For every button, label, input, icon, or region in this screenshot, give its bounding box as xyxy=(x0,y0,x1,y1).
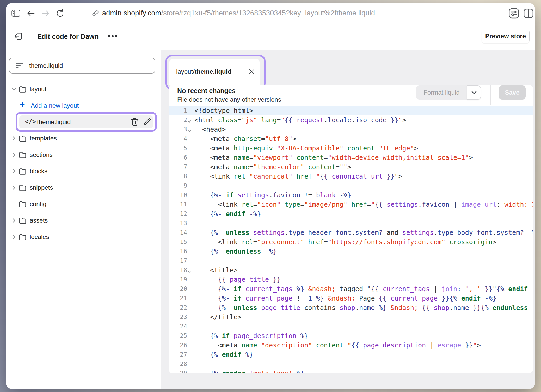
rename-file-icon[interactable] xyxy=(143,118,152,126)
sidebar-toggle-icon[interactable] xyxy=(9,3,22,23)
code-line[interactable]: 13 xyxy=(169,218,533,228)
code-file-icon: </> xyxy=(25,118,36,125)
code-line-text: <meta name="description" content="{{ pag… xyxy=(194,341,481,349)
theme-liquid-item[interactable]: </>theme.liquid xyxy=(19,115,153,128)
split-view-icon[interactable] xyxy=(522,3,535,23)
code-line[interactable]: 15 <link rel="preconnect" href="https://… xyxy=(169,237,533,247)
line-number: 16 xyxy=(169,248,192,255)
sidebar-item-config[interactable]: config xyxy=(6,196,161,212)
code-line[interactable]: 23 </title> xyxy=(169,312,533,322)
code-line[interactable]: 7 <meta name="theme-color" content=""> xyxy=(169,162,533,172)
add-new-layout-link[interactable]: +Add a new layout xyxy=(6,97,161,114)
code-line[interactable]: 27 {% endif %} xyxy=(169,350,533,359)
line-number: 12 xyxy=(169,210,192,217)
code-line[interactable]: 26 <meta name="description" content="{{ … xyxy=(169,340,533,350)
reload-icon[interactable] xyxy=(54,3,67,23)
chevron-down-icon[interactable] xyxy=(11,87,17,91)
code-line[interactable]: 29 {% render 'meta-tags' %} xyxy=(169,369,533,373)
close-tab-icon[interactable] xyxy=(248,68,255,75)
format-liquid-button[interactable]: Format liquid xyxy=(416,85,467,100)
chevron-right-icon[interactable] xyxy=(11,152,17,157)
preview-store-button[interactable]: Preview store xyxy=(482,29,530,43)
toolbar-divider xyxy=(490,85,491,105)
filter-icon xyxy=(16,63,23,69)
folder-icon xyxy=(19,151,27,158)
exit-editor-button[interactable] xyxy=(13,30,24,42)
gutter-divider xyxy=(192,105,192,373)
line-number: 26 xyxy=(169,342,192,348)
chevron-right-icon[interactable] xyxy=(11,136,17,141)
forward-arrow-icon[interactable] xyxy=(39,3,52,23)
code-line[interactable]: 28 xyxy=(169,359,533,369)
sidebar-item-blocks[interactable]: blocks xyxy=(6,163,161,179)
code-line[interactable]: 22 {%- unless page_title contains shop.n… xyxy=(169,303,533,312)
fold-toggle-icon[interactable] xyxy=(187,130,191,132)
code-line[interactable]: 25 {% if page_description %} xyxy=(169,331,533,340)
code-line[interactable]: 1<!doctype html> xyxy=(169,106,533,115)
sidebar-item-templates[interactable]: templates xyxy=(6,130,161,146)
save-button[interactable]: Save xyxy=(499,85,526,100)
chevron-right-icon[interactable] xyxy=(11,185,17,190)
editor-panel: No recent changes File does not have any… xyxy=(169,85,533,373)
folder-label: blocks xyxy=(30,168,47,175)
sidebar-item-locales[interactable]: locales xyxy=(6,229,161,245)
sidebar-item-sections[interactable]: sections xyxy=(6,146,161,163)
code-line[interactable]: 4 <meta charset="utf-8"> xyxy=(169,134,533,143)
code-editor[interactable]: 1<!doctype html>2<html class="js" lang="… xyxy=(169,105,533,373)
code-line[interactable]: 3 <head> xyxy=(169,125,533,134)
folder-label: layout xyxy=(30,85,46,93)
code-line[interactable]: 9 xyxy=(169,181,533,190)
sidebar-file-theme-liquid[interactable]: </>theme.liquid xyxy=(6,114,161,130)
folder-icon xyxy=(19,184,27,191)
page-settings-icon[interactable] xyxy=(507,3,521,23)
status-title: No recent changes xyxy=(177,87,236,95)
line-number: 18 xyxy=(169,267,192,273)
sidebar-item-assets[interactable]: assets xyxy=(6,212,161,229)
code-line-text: <title> xyxy=(194,266,238,274)
code-line[interactable]: 5 <meta http-equiv="X-UA-Compatible" con… xyxy=(169,143,533,153)
line-number: 21 xyxy=(169,295,192,302)
search-input[interactable] xyxy=(29,62,155,69)
code-line[interactable]: 21 {%- if current_page != 1 %} &ndash; P… xyxy=(169,293,533,303)
code-line[interactable]: 6 <meta name="viewport" content="width=d… xyxy=(169,153,533,162)
code-line-text: {%- endif -%} xyxy=(194,210,261,218)
code-line[interactable]: 12 {%- endif -%} xyxy=(169,209,533,218)
code-line[interactable]: 19 {{ page_title }} xyxy=(169,275,533,284)
code-line[interactable]: 10 {%- if settings.favicon != blank -%} xyxy=(169,190,533,200)
line-number: 29 xyxy=(169,370,192,373)
code-line[interactable]: 16 {%- endunless -%} xyxy=(169,247,533,256)
delete-file-icon[interactable] xyxy=(131,118,139,126)
sidebar-item-layout[interactable]: layout xyxy=(6,81,161,97)
code-line[interactable]: 24 xyxy=(169,322,533,331)
sidebar-item-snippets[interactable]: snippets xyxy=(6,179,161,196)
chevron-right-icon[interactable] xyxy=(11,218,17,223)
fold-toggle-icon[interactable] xyxy=(187,270,191,273)
code-line[interactable]: 8 <link rel="canonical" href="{{ canonic… xyxy=(169,172,533,181)
back-arrow-icon[interactable] xyxy=(24,3,38,23)
address-bar[interactable]: admin.shopify.com/store/rzq1xu-f5/themes… xyxy=(102,9,375,17)
file-search-box[interactable] xyxy=(9,58,155,74)
code-line-text: <head> xyxy=(194,126,226,133)
fold-toggle-icon[interactable] xyxy=(187,120,191,123)
format-liquid-dropdown-button[interactable] xyxy=(467,85,481,100)
folder-label: sections xyxy=(30,151,53,158)
line-number: 6 xyxy=(169,154,192,161)
line-number: 24 xyxy=(169,323,192,330)
code-line[interactable]: 18 <title> xyxy=(169,265,533,275)
code-line[interactable]: 2<html class="js" lang="{{ request.local… xyxy=(169,115,533,125)
code-line[interactable]: 11 <link rel="icon" type="image/png" hre… xyxy=(169,200,533,209)
more-options-button[interactable] xyxy=(107,31,119,41)
code-line[interactable]: 20 {%- if current_tags %} &ndash; tagged… xyxy=(169,284,533,293)
code-line[interactable]: 17 xyxy=(169,256,533,265)
code-line[interactable]: 14 {%- unless settings.type_header_font.… xyxy=(169,228,533,237)
chevron-right-icon[interactable] xyxy=(11,169,17,174)
folder-label: config xyxy=(30,200,46,208)
code-line-text: <meta name="viewport" content="width=dev… xyxy=(194,154,473,161)
plus-icon: + xyxy=(20,99,25,109)
folder-label: locales xyxy=(30,233,49,241)
code-line-text: {%- endunless -%} xyxy=(194,248,277,255)
chevron-right-icon[interactable] xyxy=(11,234,17,240)
code-line-text: </title> xyxy=(194,313,242,321)
tab-layout-theme-liquid[interactable]: layout/theme.liquid xyxy=(169,59,260,85)
line-number: 5 xyxy=(169,145,192,151)
